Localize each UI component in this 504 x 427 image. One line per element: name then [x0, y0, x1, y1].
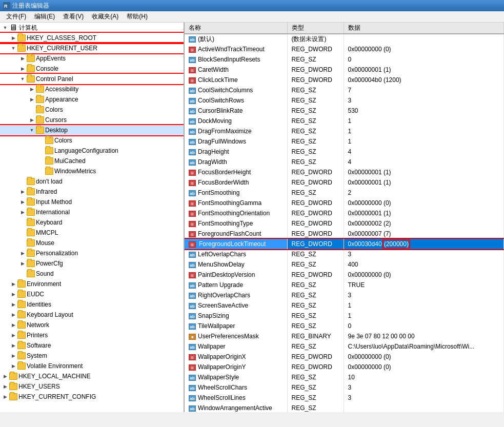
tree-muicached[interactable]: MuiCached [0, 156, 184, 166]
tree-environment[interactable]: ▶ Environment [0, 279, 184, 289]
table-row[interactable]: abRightOverlapCharsREG_SZ3 [185, 290, 504, 300]
tree-controlpanel[interactable]: ▼ Control Panel [0, 74, 184, 84]
tree-mouse[interactable]: Mouse [0, 238, 184, 248]
table-row[interactable]: ⊞FocusBorderHeightREG_DWORD0x00000001 (1… [185, 167, 504, 177]
table-row[interactable]: abDragFromMaximizeREG_SZ1 [185, 126, 504, 136]
table-row[interactable]: ⊞WallpaperOriginYREG_DWORD0x00000000 (0) [185, 362, 504, 372]
expand-appevents[interactable]: ▶ [18, 54, 27, 63]
expand-environment[interactable]: ▶ [9, 280, 17, 288]
table-row[interactable]: abDragFullWindowsREG_SZ1 [185, 136, 504, 147]
table-row[interactable]: abPattern UpgradeREG_SZTRUE [185, 280, 504, 290]
tree-sound[interactable]: Sound [0, 269, 184, 279]
tree-personalization[interactable]: ▶ Personalization [0, 248, 184, 258]
expand-printers[interactable]: ▶ [9, 331, 17, 339]
expand-system[interactable]: ▶ [9, 352, 17, 360]
tree-eudc[interactable]: ▶ EUDC [0, 289, 184, 299]
tree-panel[interactable]: ▼ 🖥 计算机 ▶ HKEY_CLASSES_ROOT ▼ HKEY_CURRE… [0, 23, 185, 412]
table-row[interactable]: abSnapSizingREG_SZ1 [185, 311, 504, 321]
table-row[interactable]: ⊞FontSmoothingTypeREG_DWORD0x00000002 (2… [185, 218, 504, 229]
table-row[interactable]: ⊞ForegroundFlashCountREG_DWORD0x00000007… [185, 229, 504, 239]
table-row[interactable]: abDragHeightREG_SZ4 [185, 147, 504, 157]
table-row[interactable]: abWheelScrollLinesREG_SZ3 [185, 393, 504, 403]
expand-hku[interactable]: ▶ [1, 382, 9, 391]
tree-powercfg[interactable]: ▶ PowerCfg [0, 258, 184, 269]
tree-international[interactable]: ▶ International [0, 207, 184, 217]
table-row[interactable]: ■UserPreferencesMaskREG_BINARY9e 3e 07 8… [185, 331, 504, 341]
table-row[interactable]: abDragWidthREG_SZ4 [185, 157, 504, 167]
tree-printers[interactable]: ▶ Printers [0, 330, 184, 340]
tree-inputmethod[interactable]: ▶ Input Method [0, 197, 184, 207]
expand-hkcu[interactable]: ▼ [9, 44, 17, 52]
expand-computer[interactable]: ▼ [1, 24, 9, 32]
expand-international[interactable]: ▶ [18, 208, 27, 216]
table-row[interactable]: ⊞ForegroundLockTimeoutREG_DWORD0x00030d4… [185, 239, 504, 249]
tree-accessibility[interactable]: ▶ Accessibility [0, 84, 184, 94]
tree-desktop[interactable]: ▼ Desktop [0, 125, 184, 135]
table-row[interactable]: abWindowArrangementActiveREG_SZ [185, 403, 504, 412]
table-row[interactable]: abDockMovingREG_SZ1 [185, 116, 504, 126]
tree-languageconfig[interactable]: LanguageConfiguration [0, 146, 184, 156]
tree-keyboardlayout[interactable]: ▶ Keyboard Layout [0, 310, 184, 320]
table-row[interactable]: abWheelScrollCharsREG_SZ3 [185, 382, 504, 393]
tree-hkcu[interactable]: ▼ HKEY_CURRENT_USER [0, 43, 184, 53]
tree-appearance[interactable]: ▶ Appearance [0, 94, 184, 105]
tree-keyboard[interactable]: Keyboard [0, 217, 184, 228]
expand-identities[interactable]: ▶ [9, 300, 17, 309]
menu-favorites[interactable]: 收藏夹(A) [88, 11, 123, 22]
expand-keyboardlayout[interactable]: ▶ [9, 311, 17, 319]
expand-volatileenv[interactable]: ▶ [9, 362, 17, 370]
tree-hkcc[interactable]: ▶ HKEY_CURRENT_CONFIG [0, 392, 184, 402]
table-row[interactable]: abScreenSaveActiveREG_SZ1 [185, 300, 504, 311]
tree-mmcpl[interactable]: MMCPL [0, 228, 184, 238]
expand-personalization[interactable]: ▶ [18, 249, 27, 257]
tree-software[interactable]: ▶ Software [0, 340, 184, 351]
table-row[interactable]: ⊞WallpaperOriginXREG_DWORD0x00000000 (0) [185, 352, 504, 362]
tree-colors[interactable]: Colors [0, 105, 184, 115]
expand-infrared[interactable]: ▶ [18, 188, 27, 196]
tree-appevents[interactable]: ▶ AppEvents [0, 53, 184, 64]
tree-cursors[interactable]: ▶ Cursors [0, 115, 184, 125]
expand-inputmethod[interactable]: ▶ [18, 198, 27, 206]
tree-hkcr[interactable]: ▶ HKEY_CLASSES_ROOT [0, 33, 184, 43]
expand-accessibility[interactable]: ▶ [28, 85, 36, 93]
table-row[interactable]: ⊞ClickLockTimeREG_DWORD0x000004b0 (1200) [185, 75, 504, 85]
tree-infrared[interactable]: ▶ Infrared [0, 187, 184, 197]
expand-desktop[interactable]: ▼ [28, 126, 36, 134]
expand-powercfg[interactable]: ▶ [18, 259, 27, 268]
expand-hkcr[interactable]: ▶ [9, 34, 17, 42]
table-row[interactable]: ⊞PaintDesktopVersionREG_DWORD0x00000000 … [185, 270, 504, 280]
table-row[interactable]: abCursorBlinkRateREG_SZ530 [185, 106, 504, 116]
tree-hku[interactable]: ▶ HKEY_USERS [0, 381, 184, 392]
table-row[interactable]: abWallpaperREG_SZC:\Users\luo\AppData\Ro… [185, 341, 504, 352]
table-row[interactable]: ⊞ActiveWndTrackTimeoutREG_DWORD0x0000000… [185, 44, 504, 54]
table-row[interactable]: ab(默认)(数据未设置) [185, 34, 504, 44]
table-row[interactable]: abMenuShowDelayREG_SZ400 [185, 259, 504, 270]
table-row[interactable]: ⊞FocusBorderWidthREG_DWORD0x00000001 (1) [185, 177, 504, 188]
table-row[interactable]: abFontSmoothingREG_SZ2 [185, 188, 504, 198]
expand-eudc[interactable]: ▶ [9, 290, 17, 298]
tree-system[interactable]: ▶ System [0, 351, 184, 361]
table-row[interactable]: abCoolSwitchColumnsREG_SZ7 [185, 85, 504, 95]
table-row[interactable]: abCoolSwitchRowsREG_SZ3 [185, 95, 504, 106]
tree-network[interactable]: ▶ Network [0, 320, 184, 330]
expand-appearance[interactable]: ▶ [28, 95, 36, 104]
expand-network[interactable]: ▶ [9, 321, 17, 329]
menu-edit[interactable]: 编辑(E) [30, 11, 59, 22]
expand-hkcc[interactable]: ▶ [1, 393, 9, 401]
tree-root-computer[interactable]: ▼ 🖥 计算机 [0, 23, 184, 33]
table-row[interactable]: abBlockSendInputResetsREG_SZ0 [185, 54, 504, 65]
menu-help[interactable]: 帮助(H) [123, 11, 152, 22]
tree-identities[interactable]: ▶ Identities [0, 299, 184, 310]
tree-hklm[interactable]: ▶ HKEY_LOCAL_MACHINE [0, 371, 184, 381]
menu-file[interactable]: 文件(F) [2, 11, 30, 22]
table-row[interactable]: ⊞CaretWidthREG_DWORD0x00000001 (1) [185, 65, 504, 75]
table-row[interactable]: abWallpaperStyleREG_SZ10 [185, 372, 504, 382]
expand-hklm[interactable]: ▶ [1, 372, 9, 380]
tree-windowmetrics[interactable]: WindowMetrics [0, 166, 184, 176]
table-row[interactable]: abLeftOverlapCharsREG_SZ3 [185, 249, 504, 259]
expand-software[interactable]: ▶ [9, 341, 17, 350]
table-row[interactable]: ⊞FontSmoothingGammaREG_DWORD0x00000000 (… [185, 198, 504, 208]
tree-console[interactable]: ▶ Console [0, 64, 184, 74]
table-row[interactable]: abTileWallpaperREG_SZ0 [185, 321, 504, 331]
tree-desktop-colors[interactable]: Colors [0, 135, 184, 146]
